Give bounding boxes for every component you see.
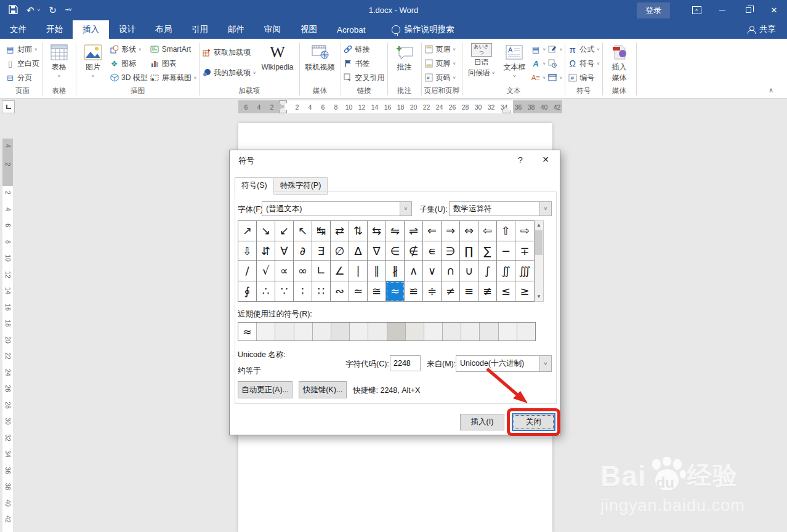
restore-button[interactable]: [735, 0, 761, 20]
symbol-cell[interactable]: ∂: [294, 241, 312, 262]
minimize-button[interactable]: [709, 0, 735, 20]
symbol-button[interactable]: Ω符号˅: [568, 57, 599, 70]
symbol-cell[interactable]: ∥: [368, 261, 386, 281]
symbol-cell[interactable]: ≌: [405, 281, 423, 302]
login-button[interactable]: 登录: [637, 2, 670, 18]
symbol-cell[interactable]: ∃: [312, 241, 331, 262]
recent-symbols-row[interactable]: ≈: [238, 322, 536, 341]
symbol-cell[interactable]: ≅: [368, 281, 386, 302]
3d-models-button[interactable]: 3D 模型: [110, 71, 148, 84]
symbol-cell[interactable]: ≤: [497, 281, 515, 302]
date-time-button[interactable]: [548, 57, 562, 70]
blank-page-button[interactable]: ▯空白页: [6, 57, 39, 70]
recent-symbol-cell-blurred[interactable]: [331, 323, 350, 341]
ribbon-tab-8[interactable]: 视图: [291, 20, 327, 39]
symbol-cell[interactable]: ↹: [312, 221, 331, 241]
recent-symbol-cell-blurred[interactable]: [387, 323, 406, 341]
ribbon-display-options-button[interactable]: ˄: [684, 0, 709, 20]
symbol-cell[interactable]: ⇔: [460, 221, 478, 241]
comment-button[interactable]: 批注: [390, 41, 419, 74]
my-addins-button[interactable]: 我的加载项˅: [202, 66, 256, 79]
ribbon-tab-9[interactable]: Acrobat: [327, 20, 376, 39]
symbol-cell[interactable]: ∋: [442, 241, 460, 262]
ribbon-tab-6[interactable]: 邮件: [218, 20, 254, 39]
symbol-cell[interactable]: ∵: [275, 281, 294, 302]
shapes-button[interactable]: 形状˅: [110, 43, 148, 55]
tell-me-search[interactable]: 操作说明搜索: [392, 20, 454, 39]
recent-symbol-cell[interactable]: ≈: [238, 323, 257, 341]
recent-symbol-cell-blurred[interactable]: [499, 323, 517, 341]
ribbon-tab-5[interactable]: 引用: [182, 20, 218, 39]
scroll-up-icon[interactable]: ▲: [535, 221, 543, 230]
redo-icon[interactable]: ↻: [49, 6, 57, 15]
close-button[interactable]: 关闭: [512, 413, 555, 431]
chart-button[interactable]: 图表: [150, 57, 196, 70]
numbering-button[interactable]: #编号: [568, 71, 599, 84]
smartart-button[interactable]: SmartArt: [150, 43, 196, 55]
collapse-ribbon-icon[interactable]: ∧: [769, 86, 773, 94]
symbol-cell[interactable]: ∫: [478, 261, 497, 281]
symbol-cell[interactable]: ∴: [257, 281, 275, 302]
symbol-cell[interactable]: ⇩: [238, 241, 257, 262]
symbol-cell[interactable]: ↙: [275, 221, 294, 241]
symbol-cell[interactable]: ⇋: [386, 221, 405, 241]
symbol-cell[interactable]: ⇐: [423, 221, 442, 241]
symbol-cell[interactable]: ⇦: [478, 221, 497, 241]
recent-symbol-cell-blurred[interactable]: [480, 323, 498, 341]
symbol-cell[interactable]: ≢: [478, 281, 497, 302]
recent-symbol-cell-blurred[interactable]: [275, 323, 294, 341]
equation-button[interactable]: π公式˅: [568, 43, 599, 55]
symbol-cell[interactable]: ≥: [515, 281, 534, 302]
tab-symbols[interactable]: 符号(S): [235, 177, 274, 195]
close-window-button[interactable]: ✕: [761, 0, 787, 20]
cross-reference-button[interactable]: 交叉引用: [344, 71, 385, 84]
recent-symbol-cell-blurred[interactable]: [294, 323, 313, 341]
symbol-grid[interactable]: ↗↘↙↖↹⇄⇅⇆⇋⇌⇐⇒⇔⇦⇧⇨⇩⇵∀∂∃∅∆∇∈∉∊∋∏∑−∓∕√∝∞∟∠∣∥…: [238, 220, 535, 302]
cover-page-button[interactable]: ▤封面˅: [6, 43, 39, 55]
recent-symbol-cell-blurred[interactable]: [424, 323, 443, 341]
insert-media-button[interactable]: 插入媒体: [605, 41, 634, 84]
symbol-cell[interactable]: ∷: [312, 281, 331, 302]
wikipedia-button[interactable]: W Wikipedia: [258, 41, 296, 74]
symbol-cell[interactable]: ⇒: [442, 221, 460, 241]
tab-selector[interactable]: [2, 100, 15, 113]
get-addins-button[interactable]: 获取加载项: [202, 46, 256, 58]
bookmark-button[interactable]: 书签: [344, 57, 385, 70]
symbol-cell[interactable]: ∈: [386, 241, 405, 262]
symbol-cell[interactable]: ⇅: [349, 221, 368, 241]
recent-symbol-cell-blurred[interactable]: [368, 323, 387, 341]
recent-symbol-cell-blurred[interactable]: [313, 323, 331, 341]
textbox-button[interactable]: A 文本框˅: [500, 41, 528, 81]
dialog-titlebar[interactable]: 符号: [230, 150, 560, 171]
symbol-cell[interactable]: ∉: [405, 241, 423, 262]
dialog-help-button[interactable]: ?: [514, 155, 527, 165]
share-button[interactable]: 共享: [748, 20, 787, 39]
symbol-cell[interactable]: ⇵: [257, 241, 275, 262]
symbol-cell[interactable]: ∶: [294, 281, 312, 302]
ribbon-tab-3[interactable]: 设计: [109, 20, 145, 39]
symbol-cell[interactable]: ∓: [515, 241, 534, 262]
subset-combobox[interactable]: 数学运算符 ˅: [449, 201, 552, 216]
symbol-cell[interactable]: ∪: [460, 261, 478, 281]
symbol-cell[interactable]: ∟: [312, 261, 331, 281]
recent-symbol-cell-blurred[interactable]: [350, 323, 368, 341]
footer-button[interactable]: 页脚˅: [424, 57, 456, 70]
symbol-cell[interactable]: ∆: [349, 241, 368, 262]
recent-symbol-cell-blurred[interactable]: [406, 323, 424, 341]
autocorrect-button[interactable]: 自动更正(A)...: [238, 381, 293, 398]
online-video-button[interactable]: 联机视频: [302, 41, 338, 74]
symbol-cell[interactable]: ∅: [331, 241, 349, 262]
symbol-cell[interactable]: ∭: [515, 261, 534, 281]
symbol-cell[interactable]: ⇄: [331, 221, 349, 241]
recent-symbol-cell-blurred[interactable]: [443, 323, 461, 341]
symbol-cell[interactable]: √: [257, 261, 275, 281]
japanese-greeting-button[interactable]: あいさつ 日语 问候语˅: [465, 41, 498, 79]
undo-icon[interactable]: ↶: [26, 6, 34, 15]
ribbon-tab-7[interactable]: 审阅: [254, 20, 291, 39]
symbol-cell[interactable]: ∠: [331, 261, 349, 281]
symbol-cell[interactable]: ∝: [275, 261, 294, 281]
symbol-cell[interactable]: ∞: [294, 261, 312, 281]
symbol-cell[interactable]: ∀: [275, 241, 294, 262]
symbol-cell[interactable]: ∩: [442, 261, 460, 281]
ribbon-tab-2[interactable]: 插入: [73, 20, 109, 39]
